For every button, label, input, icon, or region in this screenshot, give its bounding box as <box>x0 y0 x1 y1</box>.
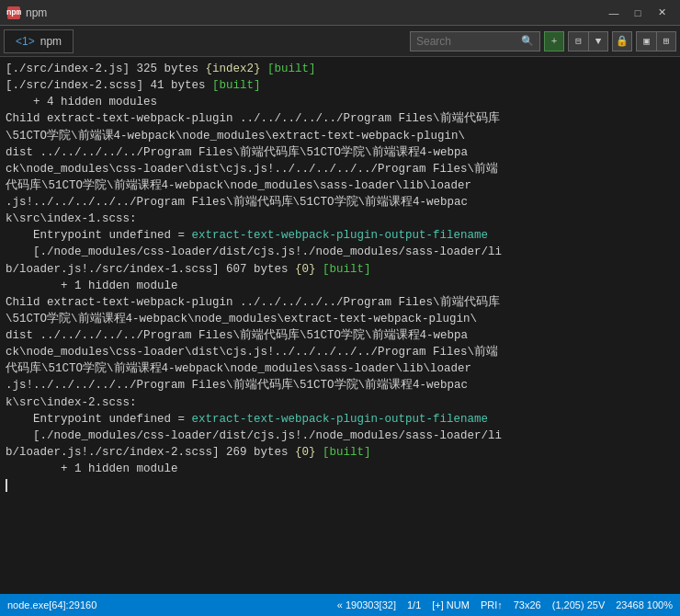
terminal-line: dist ../../../../../Program Files\前端代码库\… <box>6 327 674 344</box>
terminal-line: .js!../../../../../Program Files\前端代码库\5… <box>6 377 674 394</box>
view-buttons: ⊟ ▼ <box>568 31 608 51</box>
close-button[interactable]: ✕ <box>651 5 673 21</box>
terminal-line: [./node_modules/css-loader/dist/cjs.js!.… <box>6 244 674 260</box>
status-keys: [+] NUM <box>432 599 470 610</box>
terminal-line: b/loader.js!./src/index-2.scss] 269 byte… <box>6 444 674 461</box>
status-dimensions: 73x26 <box>514 599 541 610</box>
status-mode: PRI↑ <box>481 599 503 610</box>
terminal-line: + 1 hidden module <box>6 278 674 294</box>
layout-single-button[interactable]: ▣ <box>636 31 656 51</box>
title-left: npm npm <box>7 6 47 19</box>
maximize-button[interactable]: □ <box>627 5 649 21</box>
terminal-line: Entrypoint undefined = extract-text-webp… <box>6 411 674 428</box>
terminal-line: ck\node_modules\css-loader\dist\cjs.js!.… <box>6 344 674 360</box>
toolbar-right: 🔍 + ⊟ ▼ 🔒 ▣ ⊞ <box>410 31 676 51</box>
status-left: node.exe[64]:29160 <box>7 599 337 610</box>
status-right: « 190303[32] 1/1 [+] NUM PRI↑ 73x26 (1,2… <box>337 599 673 610</box>
terminal-line: Entrypoint undefined = extract-text-webp… <box>6 227 674 244</box>
status-position: 1/1 <box>407 599 421 610</box>
terminal-line: k\src\index-2.scss: <box>6 394 674 411</box>
add-button[interactable]: + <box>544 31 564 51</box>
status-process: node.exe[64]:29160 <box>7 599 96 610</box>
terminal-line: [./src/index-2.scss] 41 bytes [built] <box>6 77 674 94</box>
window-controls: — □ ✕ <box>603 5 673 21</box>
title-bar: npm npm — □ ✕ <box>0 0 680 26</box>
status-encoding: 23468 100% <box>616 599 673 610</box>
terminal-line: 代码库\51CTO学院\前端课程4-webpack\node_modules\s… <box>6 360 674 377</box>
tab-number: <1> <box>16 35 35 48</box>
tab-bar: <1> npm 🔍 + ⊟ ▼ 🔒 ▣ ⊞ <box>0 26 680 57</box>
terminal-line: 代码库\51CTO学院\前端课程4-webpack\node_modules\s… <box>6 177 674 194</box>
status-info: « 190303[32] <box>337 599 396 610</box>
view-dropdown-button[interactable]: ▼ <box>588 31 608 51</box>
terminal-line: Child extract-text-webpack-plugin ../../… <box>6 110 674 127</box>
terminal-line: [./src/index-2.js] 325 bytes {index2} [b… <box>6 61 674 77</box>
terminal-line: \51CTO学院\前端课4-webpack\node_modules\extra… <box>6 128 674 144</box>
terminal-line: ck\node_modules\css-loader\dist\cjs.js!.… <box>6 161 674 177</box>
status-bar: node.exe[64]:29160 « 190303[32] 1/1 [+] … <box>0 594 680 616</box>
tab-label: npm <box>40 35 62 48</box>
terminal-line: [./node_modules/css-loader/dist/cjs.js!.… <box>6 428 674 444</box>
terminal-line: k\src\index-1.scss: <box>6 211 674 227</box>
view-split-button[interactable]: ⊟ <box>568 31 588 51</box>
terminal-content[interactable]: [./src/index-2.js] 325 bytes {index2} [b… <box>0 57 680 594</box>
terminal-line: Child extract-text-webpack-plugin ../../… <box>6 294 674 311</box>
tab-npm[interactable]: <1> npm <box>4 29 74 53</box>
terminal-line: b/loader.js!./src/index-1.scss] 607 byte… <box>6 261 674 278</box>
search-input[interactable] <box>416 35 517 48</box>
terminal-wrapper: [./src/index-2.js] 325 bytes {index2} [b… <box>0 57 680 594</box>
terminal-line: .js!../../../../../Program Files\前端代码库\5… <box>6 194 674 211</box>
app-icon: npm <box>7 6 20 19</box>
cursor-line <box>6 477 674 494</box>
layout-multi-button[interactable]: ⊞ <box>656 31 676 51</box>
search-icon: 🔍 <box>521 35 534 47</box>
layout-buttons: ▣ ⊞ <box>636 31 676 51</box>
minimize-button[interactable]: — <box>603 5 625 21</box>
terminal-line: + 4 hidden modules <box>6 94 674 110</box>
terminal-line: dist ../../../../../Program Files\前端代码库\… <box>6 144 674 161</box>
lock-button[interactable]: 🔒 <box>612 31 632 51</box>
terminal-line: + 1 hidden module <box>6 461 674 477</box>
window-title: npm <box>26 6 47 19</box>
status-cursor: (1,205) 25V <box>552 599 605 610</box>
terminal-line: \51CTO学院\前端课程4-webpack\node_modules\extr… <box>6 311 674 327</box>
search-box: 🔍 <box>410 31 540 51</box>
